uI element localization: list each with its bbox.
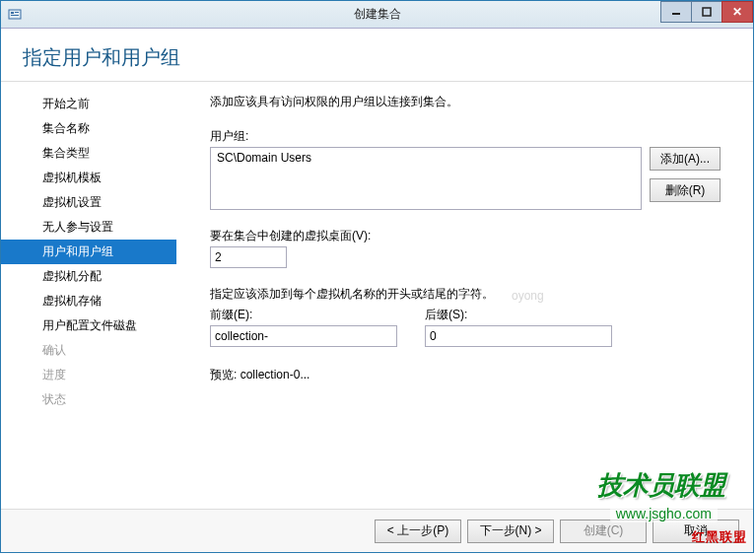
vd-count-input[interactable]	[210, 246, 287, 268]
suffix-input[interactable]	[425, 325, 612, 347]
close-button[interactable]: ✕	[722, 1, 753, 23]
titlebar: 创建集合 ✕	[1, 1, 753, 29]
content-area: 指定用户和用户组 开始之前 集合名称 集合类型 虚拟机模板 虚拟机设置 无人参与…	[1, 29, 753, 552]
add-button[interactable]: 添加(A)...	[650, 147, 721, 171]
preview-value: collection-0...	[241, 368, 310, 382]
instruction-text: 添加应该具有访问权限的用户组以连接到集合。	[210, 94, 735, 110]
user-group-label: 用户组:	[210, 128, 735, 145]
page-header: 指定用户和用户组	[1, 29, 753, 82]
svg-rect-2	[15, 12, 19, 13]
nav-users-groups[interactable]: 用户和用户组	[1, 240, 176, 264]
nav-confirm: 确认	[1, 338, 176, 363]
vd-count-label: 要在集合中创建的虚拟桌面(V):	[210, 228, 735, 244]
window-title: 创建集合	[354, 6, 401, 23]
svg-rect-0	[9, 10, 21, 19]
nav-status: 状态	[1, 387, 176, 412]
user-group-listbox[interactable]: SC\Domain Users	[210, 147, 642, 210]
prefix-input[interactable]	[210, 325, 397, 347]
wizard-window: 创建集合 ✕ 指定用户和用户组 开始之前 集合名称 集合类型 虚拟机模板 虚拟机…	[0, 0, 754, 553]
maximize-button[interactable]	[691, 1, 722, 23]
next-button[interactable]: 下一步(N) >	[467, 520, 554, 543]
nav-collection-name[interactable]: 集合名称	[1, 116, 176, 141]
nav-vm-storage[interactable]: 虚拟机存储	[1, 289, 176, 313]
list-item[interactable]: SC\Domain Users	[215, 150, 637, 166]
minimize-button[interactable]	[660, 1, 692, 23]
svg-rect-1	[11, 12, 14, 14]
window-controls: ✕	[661, 1, 753, 23]
svg-rect-5	[703, 8, 711, 16]
preview-label: 预览:	[210, 368, 237, 382]
nav-before-begin[interactable]: 开始之前	[1, 92, 176, 116]
prev-button[interactable]: < 上一步(P)	[375, 520, 461, 543]
naming-instruction: 指定应该添加到每个虚拟机名称的开头或结尾的字符。	[210, 286, 735, 303]
app-icon	[7, 7, 23, 23]
preview-row: 预览: collection-0...	[210, 367, 735, 383]
wizard-body: 开始之前 集合名称 集合类型 虚拟机模板 虚拟机设置 无人参与设置 用户和用户组…	[1, 82, 753, 509]
main-panel: 添加应该具有访问权限的用户组以连接到集合。 用户组: SC\Domain Use…	[176, 82, 753, 509]
nav-user-profile-disks[interactable]: 用户配置文件磁盘	[1, 313, 176, 338]
page-title: 指定用户和用户组	[23, 44, 731, 71]
svg-rect-3	[11, 15, 19, 16]
nav-vm-template[interactable]: 虚拟机模板	[1, 166, 176, 190]
prefix-label: 前缀(E):	[210, 307, 397, 323]
nav-collection-type[interactable]: 集合类型	[1, 141, 176, 166]
remove-button[interactable]: 删除(R)	[650, 178, 721, 202]
nav-vm-allocation[interactable]: 虚拟机分配	[1, 264, 176, 289]
nav-vm-settings[interactable]: 虚拟机设置	[1, 190, 176, 215]
suffix-label: 后缀(S):	[425, 307, 612, 323]
cancel-button[interactable]: 取消	[653, 520, 739, 543]
nav-progress: 进度	[1, 363, 176, 387]
wizard-nav: 开始之前 集合名称 集合类型 虚拟机模板 虚拟机设置 无人参与设置 用户和用户组…	[1, 82, 176, 509]
nav-unattended[interactable]: 无人参与设置	[1, 215, 176, 240]
create-button: 创建(C)	[560, 520, 647, 543]
wizard-footer: < 上一步(P) 下一步(N) > 创建(C) 取消	[1, 509, 753, 552]
